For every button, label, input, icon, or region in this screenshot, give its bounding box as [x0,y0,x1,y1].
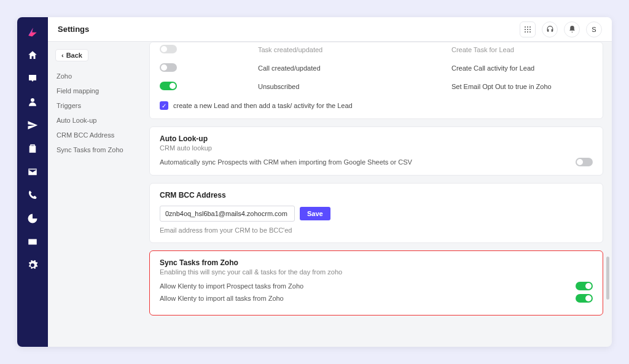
clipboard-icon[interactable] [26,142,39,155]
auto-lookup-subtitle: CRM auto lookup [160,144,593,152]
toggle[interactable] [160,82,177,90]
sidebar-item-crm-bcc[interactable]: CRM BCC Address [55,128,144,142]
toggle[interactable] [160,45,177,53]
sidebar-item-auto-lookup[interactable]: Auto Look-up [55,113,144,128]
checkbox-label: create a new Lead and then add a task/ a… [173,102,353,109]
nav-rail [17,17,48,347]
auto-lookup-desc: Automatically sync Prospects with CRM wh… [160,158,576,166]
chart-icon[interactable] [26,212,39,225]
send-icon[interactable] [26,119,39,131]
svg-point-8 [529,31,531,33]
sidebar-item-field-map[interactable]: Field mapping [55,83,144,98]
sync-tasks-title: Sync Tasks from Zoho [160,258,593,267]
topbar-tools: S [520,21,602,37]
app-window: Settings S ‹ Back Zoho Field mapping Tri… [17,17,612,347]
content-scroll[interactable]: Task created/updated Create Task for Lea… [149,42,612,347]
toggle[interactable] [160,63,177,72]
phone-icon[interactable] [26,189,39,201]
svg-point-7 [527,31,528,33]
sidebar-item-zoho[interactable]: Zoho [55,69,144,83]
svg-point-3 [525,29,526,30]
crm-bcc-title: CRM BCC Address [160,191,593,199]
card-icon[interactable] [26,236,39,248]
sync-row-label: Allow Klenty to import Prospect tasks fr… [160,282,576,290]
trigger-row: Call created/updated Create Call activit… [160,61,593,79]
trigger-row: Task created/updated Create Task for Lea… [160,42,593,61]
body: ‹ Back Zoho Field mapping Triggers Auto … [48,42,612,347]
sync-row: Allow Klenty to import all tasks from Zo… [160,294,593,303]
bell-icon[interactable] [564,21,580,37]
trigger-action: Create Task for Lead [451,46,593,53]
avatar[interactable]: S [586,21,602,37]
sync-toggle[interactable] [576,294,593,303]
sync-tasks-card: Sync Tasks from Zoho Enabling this will … [149,250,603,316]
sidebar-item-triggers[interactable]: Triggers [55,98,144,113]
trigger-event: Unsubscribed [258,83,451,90]
scrollbar-thumb[interactable] [606,257,609,300]
svg-point-6 [525,31,526,33]
sidebar-item-sync-tasks[interactable]: Sync Tasks from Zoho [55,142,144,157]
sync-tasks-subtitle: Enabling this will sync your call & task… [160,268,593,276]
crm-bcc-input[interactable] [160,206,295,222]
triggers-card: Task created/updated Create Task for Lea… [149,42,603,119]
sync-toggle[interactable] [576,282,593,290]
person-icon[interactable] [26,96,39,108]
svg-point-2 [529,26,531,28]
main-area: Settings S ‹ Back Zoho Field mapping Tri… [48,17,612,347]
mail-icon[interactable] [26,166,39,178]
auto-lookup-toggle[interactable] [576,158,593,166]
headset-icon[interactable] [542,21,558,37]
logo-icon[interactable] [26,26,39,38]
crm-bcc-card: CRM BCC Address Save Email address from … [149,183,603,243]
trigger-event: Call created/updated [258,64,451,72]
auto-lookup-card: Auto Look-up CRM auto lookup Automatical… [149,126,603,176]
sync-row: Allow Klenty to import Prospect tasks fr… [160,282,593,290]
checkbox-icon[interactable]: ✓ [160,101,168,110]
trigger-row: Unsubscribed Set Email Opt Out to true i… [160,79,593,98]
svg-point-5 [529,29,531,30]
chevron-left-icon: ‹ [61,52,64,59]
back-label: Back [66,52,82,59]
page-title: Settings [58,25,89,34]
save-button[interactable]: Save [300,207,330,220]
grid-icon[interactable] [520,21,536,37]
side-panel: ‹ Back Zoho Field mapping Triggers Auto … [48,42,149,347]
svg-point-4 [527,29,528,30]
sync-row-label: Allow Klenty to import all tasks from Zo… [160,295,576,302]
home-icon[interactable] [26,49,39,61]
trigger-action: Set Email Opt Out to true in Zoho [451,83,593,90]
svg-point-1 [527,26,528,28]
svg-point-0 [525,26,526,28]
trigger-checkbox-row: ✓ create a new Lead and then add a task/… [160,101,593,110]
trigger-action: Create Call activity for Lead [451,64,593,72]
gear-icon[interactable] [26,259,39,271]
inbox-icon[interactable] [26,72,39,85]
crm-bcc-helper: Email address from your CRM to be BCC'ed [160,227,593,234]
trigger-event: Task created/updated [258,46,451,53]
back-button[interactable]: ‹ Back [55,49,88,61]
auto-lookup-title: Auto Look-up [160,134,593,143]
topbar: Settings S [48,17,612,42]
